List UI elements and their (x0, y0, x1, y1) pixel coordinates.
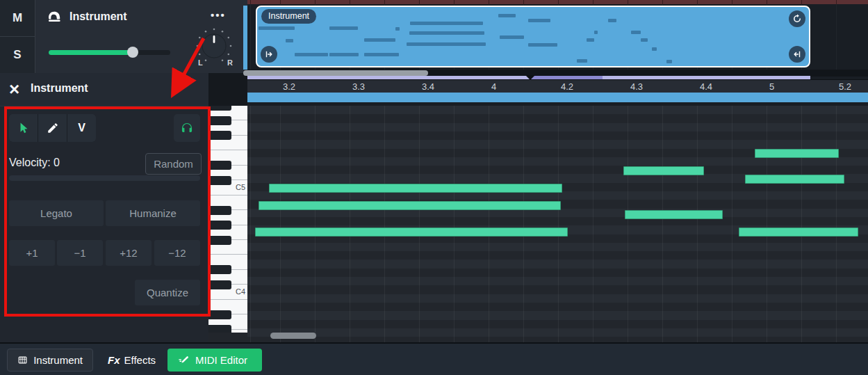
clip-note (410, 22, 483, 25)
ruler-tick-label: 4.4 (700, 81, 712, 92)
velocity-tool-button[interactable]: V (67, 114, 96, 142)
clip-note (652, 47, 657, 51)
tool-button-group: V (9, 114, 96, 142)
piano-key-black[interactable] (208, 116, 231, 125)
midi-clip[interactable]: Instrument (256, 6, 810, 67)
clip-note (641, 38, 648, 42)
clip-note (409, 31, 484, 35)
tab-effects[interactable]: Fx Effects (98, 349, 164, 372)
tab-instrument[interactable]: Instrument (7, 349, 93, 372)
velocity-value-label: Velocity: 0 (9, 157, 60, 169)
bottom-tab-bar: Instrument Fx Effects MIDI Editor (0, 342, 868, 375)
mute-solo-column: M S (0, 0, 35, 73)
clip-note (329, 26, 358, 30)
track-menu-icon[interactable]: ••• (211, 9, 226, 21)
midi-editor-panel: × Instrument V Velocity: 0 R (0, 73, 208, 342)
humanize-button[interactable]: Humanize (106, 200, 200, 226)
ruler-tick-label: 4 (491, 81, 496, 92)
track-header: M S Instrument ••• (0, 0, 249, 73)
tab-midi-editor-label: MIDI Editor (195, 354, 247, 366)
transpose-up-12-button[interactable]: +12 (106, 240, 152, 266)
clip-note (295, 53, 328, 56)
tab-effects-label: Effects (124, 354, 156, 366)
clip-note (395, 27, 400, 31)
quantize-button[interactable]: Quantize (135, 280, 200, 305)
piano-icon (46, 8, 63, 27)
piano-key-black[interactable] (208, 206, 231, 215)
clip-note (631, 31, 641, 34)
bar-beat-ruler[interactable]: 3.23.33.444.24.34.455.2 (247, 79, 868, 93)
clip-loop-out-icon[interactable] (261, 46, 277, 63)
transpose-down-1-button[interactable]: −1 (57, 240, 103, 266)
clip-note (329, 53, 359, 56)
volume-fill (49, 50, 133, 55)
clip-note (259, 26, 295, 30)
piano-key-black[interactable] (208, 161, 231, 170)
preview-headphones-button[interactable] (174, 114, 200, 142)
clip-note (528, 43, 557, 47)
velocity-slider[interactable] (9, 175, 200, 181)
tab-midi-editor[interactable]: MIDI Editor (167, 349, 262, 372)
draw-tool-button[interactable] (38, 114, 67, 142)
piano-bottom-gap (208, 333, 247, 342)
grid-icon (17, 354, 28, 366)
midi-note[interactable] (623, 166, 704, 175)
ruler-tick-label: 3.2 (283, 81, 295, 92)
clip-loop-in-icon[interactable] (789, 46, 805, 63)
piano-key-black[interactable] (208, 176, 231, 185)
close-icon[interactable]: × (9, 76, 19, 102)
select-tool-button[interactable] (9, 114, 38, 142)
piano-keyboard: C5C4 (208, 106, 247, 333)
clip-note (364, 53, 399, 56)
tab-instrument-label: Instrument (33, 354, 83, 366)
clip-note (528, 19, 550, 22)
piano-key-black[interactable] (208, 236, 231, 245)
piano-key-black[interactable] (208, 221, 231, 230)
volume-slider[interactable] (49, 50, 170, 55)
legato-button[interactable]: Legato (9, 200, 104, 226)
clip-note (577, 59, 587, 63)
midi-pen-icon (177, 354, 190, 367)
velocity-tool-label: V (78, 122, 85, 134)
pan-left-label: L (198, 58, 203, 67)
pencil-tool-icon (47, 122, 59, 134)
piano-key-black[interactable] (208, 325, 231, 333)
piano-key-black[interactable] (208, 280, 231, 289)
piano-key-label: C5 (236, 183, 245, 191)
piano-key-black[interactable] (208, 106, 231, 111)
ruler-tick-label: 3.4 (422, 81, 434, 92)
clip-note (594, 31, 598, 34)
midi-note[interactable] (625, 210, 723, 219)
piano-key-black[interactable] (208, 265, 231, 274)
cursor-tool-icon (17, 122, 30, 135)
piano-key-black[interactable] (208, 310, 231, 319)
midi-note[interactable] (755, 149, 839, 158)
roll-horizontal-scrollbar[interactable] (270, 333, 316, 339)
transpose-up-1-button[interactable]: +1 (9, 240, 55, 266)
clip-note (364, 38, 395, 42)
piano-key-label: C4 (236, 287, 245, 296)
midi-note[interactable] (269, 184, 562, 193)
ruler-tick-label: 5 (769, 81, 774, 92)
timeline-scrollbar-thumb[interactable] (243, 70, 428, 76)
midi-note[interactable] (255, 228, 568, 237)
clip-note (498, 14, 516, 17)
pan-right-label: R (227, 58, 233, 67)
clip-note (666, 60, 672, 63)
timeline-area: Instrument (247, 0, 868, 106)
clip-note (587, 38, 594, 42)
mute-button[interactable]: M (0, 0, 35, 37)
midi-note[interactable] (739, 228, 858, 237)
volume-thumb[interactable] (127, 47, 138, 58)
clip-refresh-icon[interactable] (789, 10, 805, 27)
piano-roll-grid[interactable] (247, 106, 868, 342)
midi-note[interactable] (259, 201, 561, 210)
clip-note (500, 35, 524, 39)
midi-note[interactable] (745, 175, 844, 184)
piano-key-black[interactable] (208, 131, 231, 140)
random-velocity-button[interactable]: Random (145, 153, 202, 175)
solo-button[interactable]: S (0, 37, 35, 73)
loop-region-strip[interactable] (247, 93, 868, 102)
transpose-down-12-button[interactable]: −12 (154, 240, 200, 266)
clip-note (286, 39, 293, 42)
